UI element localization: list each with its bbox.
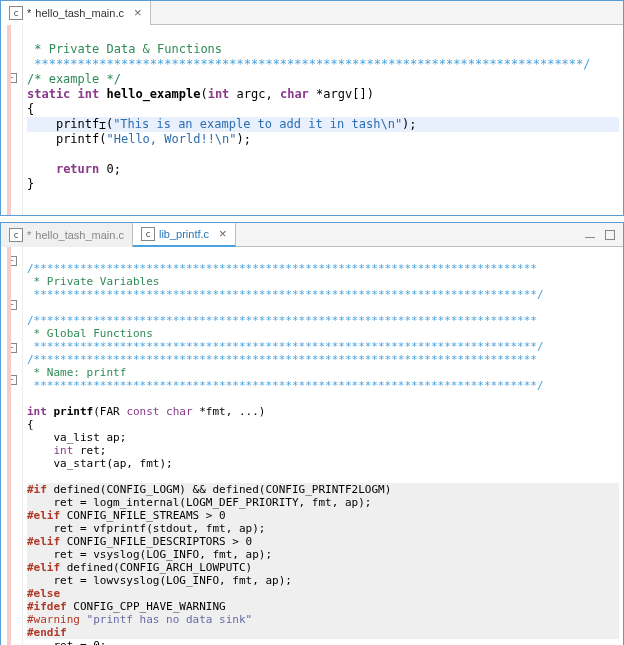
tab-modified-indicator: * <box>27 7 31 19</box>
editor-pane-1: c *hello_tash_main.c × − * Private Data … <box>0 0 624 216</box>
maximize-icon[interactable] <box>605 230 615 240</box>
tab-filename: hello_tash_main.c <box>35 7 124 19</box>
code-area-1[interactable]: * Private Data & Functions *************… <box>23 25 623 215</box>
tab-filename: hello_tash_main.c <box>35 229 124 241</box>
tab-bar-1: c *hello_tash_main.c × <box>1 1 623 25</box>
code-line: int ret; <box>27 444 107 457</box>
code-line: printf("Hello, World!!\n"); <box>27 132 251 146</box>
code-line: int printf(FAR const char *fmt, ...) <box>27 405 265 418</box>
c-file-icon: c <box>9 6 23 20</box>
fold-gutter[interactable]: − <box>1 25 23 215</box>
change-ruler <box>7 25 11 215</box>
close-icon[interactable]: × <box>134 5 142 20</box>
tab-hello-tash-main-inactive[interactable]: c *hello_tash_main.c <box>1 223 133 247</box>
comment-line: * Name: printf <box>27 366 126 379</box>
comment-stars: /***************************************… <box>27 314 537 327</box>
code-area-2[interactable]: /***************************************… <box>23 247 623 645</box>
minimize-icon[interactable] <box>585 232 595 238</box>
comment-stars: ****************************************… <box>27 288 544 301</box>
code-editor-2[interactable]: − − − − /*******************************… <box>1 247 623 645</box>
brace: { <box>27 102 34 116</box>
code-line: va_start(ap, fmt); <box>27 457 173 470</box>
change-ruler <box>7 247 11 645</box>
shaded-block: #if defined(CONFIG_LOGM) && defined(CONF… <box>27 483 619 639</box>
tab-modified-indicator: * <box>27 229 31 241</box>
text-cursor-icon: ⌶ <box>99 118 106 133</box>
tab-bar-2: c *hello_tash_main.c c lib_printf.c × <box>1 223 623 247</box>
comment-stars: /***************************************… <box>27 353 537 366</box>
close-icon[interactable]: × <box>219 226 227 241</box>
comment-stars: ****************************************… <box>27 379 544 392</box>
code-line: va_list ap; <box>27 431 126 444</box>
code-editor-1[interactable]: − * Private Data & Functions ***********… <box>1 25 623 215</box>
comment-stars: ****************************************… <box>27 340 544 353</box>
comment-line: * Private Variables <box>27 275 159 288</box>
fold-gutter[interactable]: − − − − <box>1 247 23 645</box>
tab-hello-tash-main[interactable]: c *hello_tash_main.c × <box>1 1 151 25</box>
editor-pane-2: c *hello_tash_main.c c lib_printf.c × − … <box>0 222 624 645</box>
tab-filename: lib_printf.c <box>159 228 209 240</box>
comment-stars: /***************************************… <box>27 262 537 275</box>
c-file-icon: c <box>9 228 23 242</box>
highlighted-line: printf⌶("This is an example to add it in… <box>27 117 619 132</box>
tab-lib-printf[interactable]: c lib_printf.c × <box>133 223 236 247</box>
comment-stars: ****************************************… <box>27 57 591 71</box>
code-line: static int hello_example(int argc, char … <box>27 87 374 101</box>
code-line: return 0; <box>27 162 121 176</box>
comment-line: /* example */ <box>27 72 121 86</box>
comment-line: * Private Data & Functions <box>27 42 222 56</box>
code-line: ret = 0; <box>27 639 106 645</box>
c-file-icon: c <box>141 227 155 241</box>
brace: } <box>27 177 34 191</box>
comment-line: * Global Functions <box>27 327 153 340</box>
